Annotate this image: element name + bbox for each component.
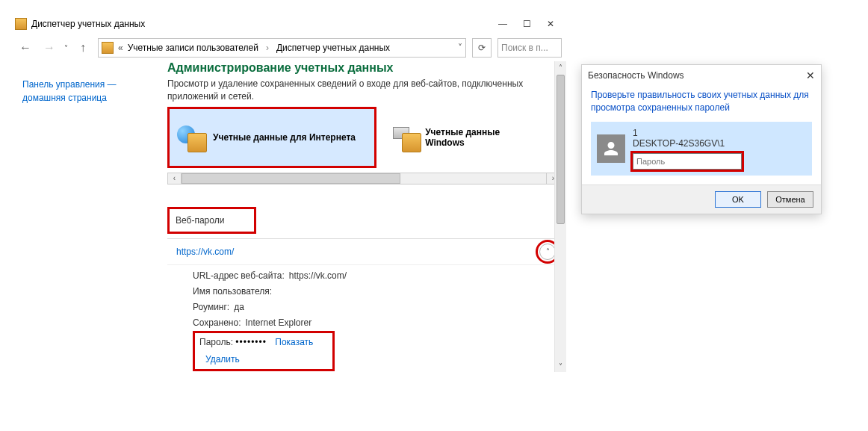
forward-button[interactable]: → — [40, 39, 58, 57]
saved-label: Сохранено: — [193, 315, 241, 331]
vault-icon — [15, 18, 27, 30]
url-label: URL-адрес веб-сайта: — [193, 268, 285, 284]
user-credential-card: 1 DESKTOP-42S36GV\1 — [591, 122, 812, 176]
vertical-scrollbar[interactable]: ˄ ˅ — [554, 61, 566, 372]
pc-vault-icon — [391, 123, 419, 152]
roaming-label: Роуминг: — [193, 300, 229, 315]
dialog-message: Проверьте правильность своих учетных дан… — [582, 86, 821, 122]
chevron-left-icon[interactable]: « — [118, 43, 123, 53]
back-button[interactable]: ← — [16, 39, 34, 57]
sidebar: Панель управления — домашняя страница — [12, 61, 161, 372]
close-icon[interactable]: ✕ — [806, 69, 815, 81]
search-input[interactable]: Поиск в п... — [497, 38, 562, 58]
web-passwords-header: Веб-пароли — [167, 207, 256, 234]
scroll-thumb[interactable] — [182, 173, 400, 184]
navigation-toolbar: ← → ˅ ↑ « Учетные записи пользователей ›… — [12, 34, 566, 61]
username-label: Имя пользователя: — [193, 284, 272, 300]
password-label: Пароль: — [199, 337, 233, 347]
scroll-left-icon[interactable]: ‹ — [168, 173, 182, 184]
search-placeholder: Поиск в п... — [501, 43, 548, 53]
saved-value: Internet Explorer — [246, 315, 312, 331]
chevron-right-icon: › — [263, 43, 272, 53]
tile-label: Учетные данные Windows — [425, 127, 533, 148]
maximize-button[interactable]: ☐ — [521, 19, 532, 29]
credential-details: URL-адрес веб-сайта: https://vk.com/ Имя… — [167, 264, 560, 371]
history-dropdown[interactable]: ˅ — [64, 44, 68, 52]
breadcrumb-segment[interactable]: Диспетчер учетных данных — [276, 43, 390, 53]
minimize-button[interactable]: — — [497, 19, 508, 29]
credential-manager-window: Диспетчер учетных данных — ☐ ✕ ← → ˅ ↑ «… — [12, 13, 566, 372]
page-heading: Администрирование учетных данных — [167, 61, 560, 75]
scroll-up-icon[interactable]: ˄ — [555, 61, 566, 73]
web-credentials-tile[interactable]: Учетные данные для Интернета — [167, 107, 376, 168]
close-button[interactable]: ✕ — [545, 19, 556, 29]
password-reveal-box: Пароль: •••••••• Показать Удалить — [193, 331, 335, 371]
windows-credentials-tile[interactable]: Учетные данные Windows — [384, 107, 541, 168]
vault-icon — [102, 42, 114, 54]
cancel-button[interactable]: Отмена — [767, 191, 813, 208]
dialog-title: Безопасность Windows — [588, 70, 684, 81]
breadcrumb-segment[interactable]: Учетные записи пользователей — [128, 43, 258, 53]
roaming-value: да — [234, 300, 244, 315]
window-titlebar: Диспетчер учетных данных — ☐ ✕ — [12, 13, 566, 34]
collapse-button[interactable]: ˄ — [539, 244, 556, 260]
delete-credential-link[interactable]: Удалить — [205, 354, 240, 365]
window-title: Диспетчер учетных данных — [31, 19, 497, 29]
tile-label: Учетные данные для Интернета — [213, 132, 356, 143]
show-password-link[interactable]: Показать — [275, 337, 313, 347]
password-mask: •••••••• — [235, 337, 267, 347]
page-subtitle: Просмотр и удаление сохраненных сведений… — [167, 78, 526, 104]
user-index: 1 — [633, 128, 806, 138]
scroll-thumb[interactable] — [557, 75, 565, 224]
address-dropdown[interactable]: ˅ — [458, 43, 462, 53]
globe-vault-icon — [177, 123, 207, 152]
username-text: DESKTOP-42S36GV\1 — [633, 138, 806, 149]
dialog-titlebar: Безопасность Windows ✕ — [582, 65, 821, 86]
horizontal-scrollbar[interactable]: ‹ › — [167, 173, 560, 185]
url-value: https://vk.com/ — [289, 268, 347, 284]
password-input[interactable] — [633, 153, 742, 170]
main-panel: Администрирование учетных данных Просмот… — [161, 61, 566, 372]
credential-entry-title[interactable]: https://vk.com/ — [176, 246, 234, 257]
windows-security-dialog: Безопасность Windows ✕ Проверьте правиль… — [581, 64, 822, 214]
user-avatar-icon — [597, 134, 625, 163]
up-button[interactable]: ↑ — [74, 39, 92, 57]
ok-button[interactable]: OK — [715, 191, 761, 208]
control-panel-home-link[interactable]: Панель управления — домашняя страница — [22, 78, 154, 105]
address-bar[interactable]: « Учетные записи пользователей › Диспетч… — [98, 38, 466, 58]
scroll-down-icon[interactable]: ˅ — [555, 360, 566, 372]
refresh-button[interactable]: ⟳ — [472, 38, 492, 58]
